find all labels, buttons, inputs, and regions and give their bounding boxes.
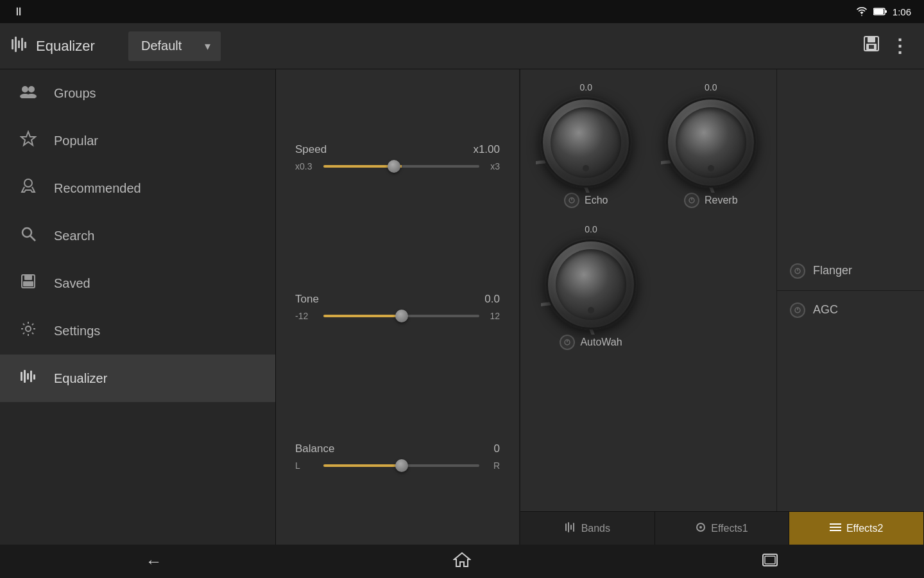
reverb-knob-body <box>666 98 756 188</box>
wifi-icon <box>855 6 868 17</box>
svg-point-12 <box>22 86 28 92</box>
effects2-tab-icon <box>830 523 841 534</box>
balance-label: Balance <box>295 442 334 455</box>
tone-max: 12 <box>484 311 500 321</box>
svg-rect-5 <box>18 40 20 48</box>
more-options-button[interactable]: ⋮ <box>886 30 914 62</box>
svg-point-23 <box>26 326 31 331</box>
reverb-label: Reverb <box>705 195 738 206</box>
reverb-power-button[interactable] <box>684 193 699 208</box>
tone-value: 0.0 <box>484 293 500 306</box>
autowah-power-button[interactable] <box>560 335 575 350</box>
bands-tab-label: Bands <box>581 523 610 534</box>
balance-value: 0 <box>494 442 500 455</box>
sidebar-item-settings[interactable]: Settings <box>0 307 275 355</box>
reverb-knob-container: 0.0 <box>666 82 756 208</box>
tone-slider[interactable] <box>323 315 479 317</box>
preset-name: Default <box>128 33 194 58</box>
app-title: Equalizer <box>36 38 113 55</box>
sidebar-item-recommended[interactable]: Recommended <box>0 164 275 212</box>
sliders-section: Speed x1.00 x0.3 x3 Tone 0.0 <box>276 69 520 545</box>
svg-rect-42 <box>565 523 567 531</box>
agc-power-button[interactable] <box>790 302 805 318</box>
bands-tab-icon <box>565 522 576 535</box>
autowah-label-row: AutoWah <box>560 335 622 350</box>
tab-effects2[interactable]: Effects2 <box>789 511 924 545</box>
speed-slider[interactable] <box>323 165 479 168</box>
sidebar-item-saved[interactable]: Saved <box>0 259 275 307</box>
save-button[interactable] <box>857 30 886 62</box>
echo-knob-body <box>541 98 631 188</box>
bottom-tabs: Bands Effects1 Effects2 <box>520 511 924 545</box>
back-button[interactable]: ← <box>120 547 188 577</box>
svg-rect-11 <box>869 45 874 49</box>
sidebar-label-recommended: Recommended <box>54 181 141 196</box>
effects-layout: 0.0 <box>520 69 924 511</box>
sidebar-item-equalizer[interactable]: Equalizer <box>0 355 275 402</box>
sidebar-item-search[interactable]: Search <box>0 212 275 259</box>
speed-min: x0.3 <box>295 161 318 171</box>
knobs-area: 0.0 <box>520 69 776 511</box>
flanger-power-button[interactable] <box>790 263 805 279</box>
echo-value: 0.0 <box>580 82 592 92</box>
echo-label-row: Echo <box>564 193 608 208</box>
flanger-item[interactable]: Flanger <box>777 252 924 291</box>
sidebar-label-equalizer: Equalizer <box>54 371 107 386</box>
tone-min: -12 <box>295 311 318 321</box>
svg-rect-27 <box>30 371 32 382</box>
status-bar: ⏸ 1:06 <box>0 0 924 23</box>
groups-icon <box>18 84 38 102</box>
status-icons: 1:06 <box>855 6 911 17</box>
reverb-knob-dot <box>708 165 714 171</box>
speed-slider-header: Speed x1.00 <box>295 143 500 156</box>
recents-button[interactable] <box>736 547 804 577</box>
svg-rect-45 <box>573 523 574 532</box>
tone-slider-row: Tone 0.0 -12 12 <box>295 293 500 321</box>
svg-rect-22 <box>23 281 33 286</box>
svg-rect-21 <box>24 275 32 280</box>
equalizer-icon <box>18 369 38 387</box>
tone-slider-labels: -12 12 <box>295 311 500 321</box>
recommended-icon <box>18 178 38 198</box>
autowah-knob-container: 0.0 <box>546 224 636 350</box>
autowah-label: AutoWah <box>580 337 622 348</box>
svg-rect-28 <box>33 374 35 380</box>
balance-slider-row: Balance 0 L R <box>295 442 500 471</box>
tab-effects1[interactable]: Effects1 <box>655 511 790 545</box>
speed-slider-row: Speed x1.00 x0.3 x3 <box>295 143 500 171</box>
echo-knob-dot <box>583 165 589 171</box>
svg-rect-2 <box>874 9 884 14</box>
speed-label: Speed <box>295 143 327 156</box>
svg-rect-24 <box>21 372 22 381</box>
home-button[interactable] <box>427 546 497 577</box>
agc-item[interactable]: AGC <box>777 291 924 329</box>
settings-icon <box>18 320 38 341</box>
tone-slider-header: Tone 0.0 <box>295 293 500 306</box>
balance-max: R <box>484 460 500 471</box>
search-icon <box>18 225 38 246</box>
autowah-knob[interactable] <box>546 240 636 329</box>
svg-rect-43 <box>568 522 569 532</box>
speed-max: x3 <box>484 161 500 171</box>
svg-rect-4 <box>15 37 17 52</box>
svg-marker-51 <box>454 553 470 566</box>
echo-knob[interactable] <box>541 98 631 188</box>
sidebar: Groups Popular Recommended <box>0 69 276 545</box>
echo-power-button[interactable] <box>564 193 579 208</box>
effects-area: 0.0 <box>520 69 924 545</box>
balance-slider[interactable] <box>323 464 479 467</box>
reverb-knob[interactable] <box>666 98 756 188</box>
speed-value: x1.00 <box>473 143 500 156</box>
preset-dropdown-button[interactable]: ▾ <box>194 31 221 61</box>
svg-rect-6 <box>21 38 23 51</box>
svg-rect-1 <box>885 10 887 13</box>
sidebar-item-groups[interactable]: Groups <box>0 69 275 117</box>
svg-rect-53 <box>765 556 775 564</box>
sidebar-item-popular[interactable]: Popular <box>0 117 275 164</box>
svg-point-47 <box>699 526 702 529</box>
effects1-tab-icon <box>696 522 706 535</box>
sidebar-label-groups: Groups <box>54 86 96 101</box>
pause-icon: ⏸ <box>13 5 24 19</box>
tab-bands[interactable]: Bands <box>520 511 655 545</box>
svg-rect-26 <box>27 373 29 380</box>
